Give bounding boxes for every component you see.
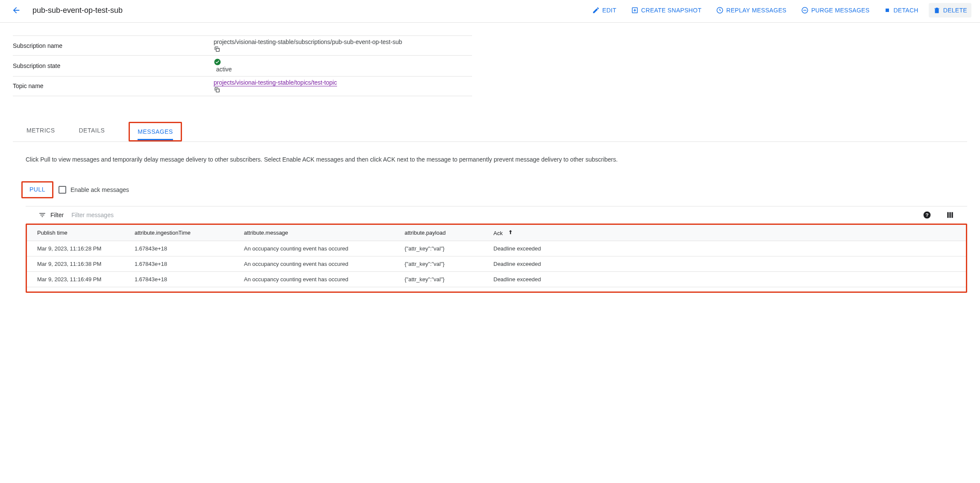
filter-icon [38,211,46,219]
cell-publish_time: Mar 9, 2023, 11:16:38 PM [27,256,129,272]
tabs: METRICS DETAILS MESSAGES [13,122,967,142]
purge-messages-button[interactable]: PURGE MESSAGES [797,3,874,18]
clock-icon [716,6,724,14]
table-row[interactable]: Mar 9, 2023, 11:16:38 PM1.67843e+18An oc… [27,256,966,272]
toolbar-actions: EDIT CREATE SNAPSHOT REPLAY MESSAGES PUR… [588,3,971,18]
filter-row: Filter ? [26,206,967,224]
subscription-state-label: Subscription state [13,56,214,76]
copy-subscription-name-button[interactable] [214,46,472,53]
cell-ingestion_time: 1.67843e+18 [129,256,239,272]
page-title: pub-sub-event-op-test-sub [32,6,123,15]
topic-name-link[interactable]: projects/visionai-testing-stable/topics/… [214,79,337,86]
details-section: Subscription name projects/visionai-test… [0,23,980,96]
svg-rect-7 [216,48,219,51]
table-row[interactable]: Mar 9, 2023, 11:16:28 PM1.67843e+18An oc… [27,241,966,256]
check-circle-icon [214,58,472,66]
columns-icon[interactable] [946,211,954,219]
col-ingestion-time[interactable]: attribute.ingestionTime [129,225,239,241]
highlight-messages-table: Publish time attribute.ingestionTime att… [26,224,967,293]
topic-name-label: Topic name [13,76,214,96]
cell-message: An occupancy counting event has occured [239,272,399,287]
edit-button[interactable]: EDIT [588,3,621,18]
svg-rect-9 [216,89,219,92]
svg-rect-12 [947,212,948,218]
cell-ack: Deadline exceeded [488,272,966,287]
col-ack[interactable]: Ack [488,225,966,241]
pull-row: PULL Enable ack messages [21,181,967,198]
purge-label: PURGE MESSAGES [811,7,869,14]
messages-panel: Click Pull to view messages and temporar… [0,142,980,293]
subscription-name-value: projects/visionai-testing-stable/subscri… [214,38,402,45]
svg-rect-14 [951,212,953,218]
enable-ack-label: Enable ack messages [70,186,129,193]
cell-ingestion_time: 1.67843e+18 [129,272,239,287]
create-snapshot-button[interactable]: CREATE SNAPSHOT [627,3,706,18]
help-icon[interactable]: ? [923,211,931,219]
cell-message: An occupancy counting event has occured [239,241,399,256]
cell-payload: {"attr_key":"val"} [399,272,488,287]
col-ack-label: Ack [493,230,503,236]
detach-label: DETACH [893,7,918,14]
purge-icon [801,6,809,14]
subscription-state-value: active [216,66,232,73]
highlight-messages-tab: MESSAGES [129,122,182,141]
cell-ack: Deadline exceeded [488,256,966,272]
stop-icon [884,7,891,14]
pull-button[interactable]: PULL [29,186,45,193]
col-message[interactable]: attribute.message [239,225,399,241]
svg-rect-6 [886,9,889,12]
cell-message: An occupancy counting event has occured [239,256,399,272]
enable-ack-checkbox[interactable] [59,186,66,194]
col-publish-time[interactable]: Publish time [27,225,129,241]
tab-details[interactable]: DETAILS [79,122,105,141]
cell-publish_time: Mar 9, 2023, 11:16:28 PM [27,241,129,256]
help-text: Click Pull to view messages and temporar… [26,155,641,164]
snapshot-label: CREATE SNAPSHOT [641,7,701,14]
highlight-pull-button: PULL [21,181,53,198]
filter-label: Filter [50,212,64,218]
copy-topic-name-button[interactable] [214,86,472,93]
tab-metrics[interactable]: METRICS [26,122,55,141]
header-toolbar: pub-sub-event-op-test-sub EDIT CREATE SN… [0,0,980,23]
cell-ack: Deadline exceeded [488,241,966,256]
messages-table: Publish time attribute.ingestionTime att… [27,225,966,287]
delete-label: DELETE [943,7,967,14]
snapshot-icon [631,6,639,14]
subscription-name-label: Subscription name [13,36,214,56]
back-button[interactable] [9,3,24,18]
table-row[interactable]: Mar 9, 2023, 11:16:49 PM1.67843e+18An oc… [27,272,966,287]
replay-messages-button[interactable]: REPLAY MESSAGES [712,3,791,18]
trash-icon [933,6,941,14]
edit-label: EDIT [602,7,616,14]
tab-messages[interactable]: MESSAGES [138,123,173,140]
cell-payload: {"attr_key":"val"} [399,241,488,256]
replay-label: REPLAY MESSAGES [726,7,786,14]
svg-rect-13 [949,212,951,218]
cell-ingestion_time: 1.67843e+18 [129,241,239,256]
cell-publish_time: Mar 9, 2023, 11:16:49 PM [27,272,129,287]
detach-button[interactable]: DETACH [880,3,922,17]
cell-payload: {"attr_key":"val"} [399,256,488,272]
arrow-left-icon [12,6,21,15]
filter-input[interactable] [71,212,923,218]
delete-button[interactable]: DELETE [929,3,971,18]
col-payload[interactable]: attribute.payload [399,225,488,241]
pencil-icon [592,6,600,14]
arrow-up-icon [508,230,513,236]
svg-text:?: ? [925,212,928,218]
